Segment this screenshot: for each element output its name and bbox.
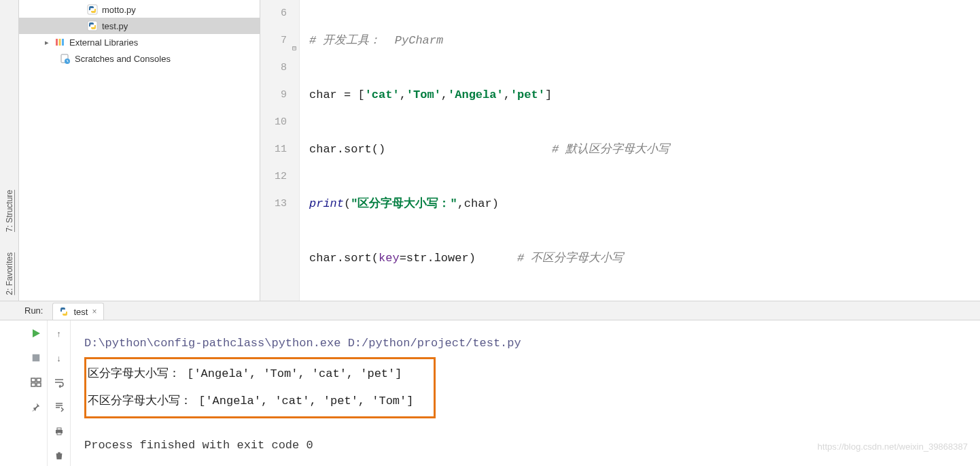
tree-item-label: motto.py <box>102 5 136 15</box>
svg-rect-2 <box>56 39 58 46</box>
run-toolbar-right: ↑ ↓ <box>48 320 71 466</box>
libraries-icon <box>54 37 65 48</box>
line-gutter: 6 ⊟7 8 9 10 11 12 13 <box>260 0 300 301</box>
pin-icon[interactable] <box>30 401 42 413</box>
left-tool-stripe: 7: Structure 2: Favorites <box>0 0 19 301</box>
trash-icon[interactable] <box>53 450 65 462</box>
svg-rect-9 <box>37 378 41 382</box>
svg-rect-4 <box>62 39 64 46</box>
tree-item-motto[interactable]: motto.py <box>19 1 260 18</box>
wrap-icon[interactable] <box>53 376 65 388</box>
svg-rect-7 <box>32 354 39 362</box>
run-tab-label: test <box>73 307 88 317</box>
console-command: D:\python\config-pathclass\python.exe D:… <box>84 330 973 357</box>
console-line: 区分字母大小写： ['Angela', 'Tom', 'cat', 'pet'] <box>88 361 413 388</box>
code-comment: # 开发工具： PyCharm <box>309 34 443 47</box>
favorites-tool-button[interactable]: 2: Favorites <box>5 252 14 295</box>
python-file-icon <box>58 306 69 317</box>
python-file-icon <box>87 4 98 15</box>
svg-rect-14 <box>57 433 61 435</box>
tree-item-label: Scratches and Consoles <box>75 54 171 64</box>
close-icon[interactable]: × <box>92 307 97 316</box>
run-icon[interactable] <box>30 327 42 339</box>
project-tree[interactable]: motto.py test.py ▸ External Libraries S <box>19 0 260 301</box>
svg-rect-11 <box>37 383 41 386</box>
watermark: https://blog.csdn.net/weixin_39868387 <box>818 433 968 461</box>
down-icon[interactable]: ↓ <box>53 352 65 364</box>
print-icon[interactable] <box>53 425 65 437</box>
stop-icon[interactable] <box>30 352 42 364</box>
scroll-to-end-icon[interactable] <box>53 401 65 413</box>
svg-rect-10 <box>31 383 35 386</box>
structure-tool-button[interactable]: 7: Structure <box>5 190 14 232</box>
run-config-tab[interactable]: test × <box>52 303 104 320</box>
run-panel: Run: test × ↑ ↓ <box>0 301 980 466</box>
svg-rect-8 <box>31 378 35 382</box>
code-editor[interactable]: 6 ⊟7 8 9 10 11 12 13 # 开发工具： PyCharm cha… <box>260 0 980 301</box>
fold-marker-icon[interactable]: ⊟ <box>290 35 296 42</box>
tree-item-external-libraries[interactable]: ▸ External Libraries <box>19 34 260 50</box>
tree-item-test[interactable]: test.py <box>19 18 260 34</box>
console-output[interactable]: D:\python\config-pathclass\python.exe D:… <box>71 320 980 466</box>
console-line: 不区分字母大小写： ['Angela', 'cat', 'pet', 'Tom'… <box>88 388 413 415</box>
tree-item-scratches[interactable]: Scratches and Consoles <box>19 50 260 67</box>
chevron-right-icon: ▸ <box>43 38 50 47</box>
python-file-icon <box>87 20 98 31</box>
run-toolbar-left <box>24 320 48 466</box>
svg-rect-3 <box>59 39 61 46</box>
tree-item-label: test.py <box>102 21 128 31</box>
run-tab-bar: Run: test × <box>0 301 980 320</box>
highlighted-output: 区分字母大小写： ['Angela', 'Tom', 'cat', 'pet']… <box>84 357 436 418</box>
layout-icon[interactable] <box>30 376 42 388</box>
svg-rect-13 <box>57 428 61 430</box>
up-icon[interactable]: ↑ <box>53 327 65 339</box>
code-area[interactable]: # 开发工具： PyCharm char = ['cat','Tom','Ang… <box>300 0 980 301</box>
tree-item-label: External Libraries <box>69 37 138 48</box>
run-label: Run: <box>24 305 43 316</box>
scratches-icon <box>60 53 71 64</box>
